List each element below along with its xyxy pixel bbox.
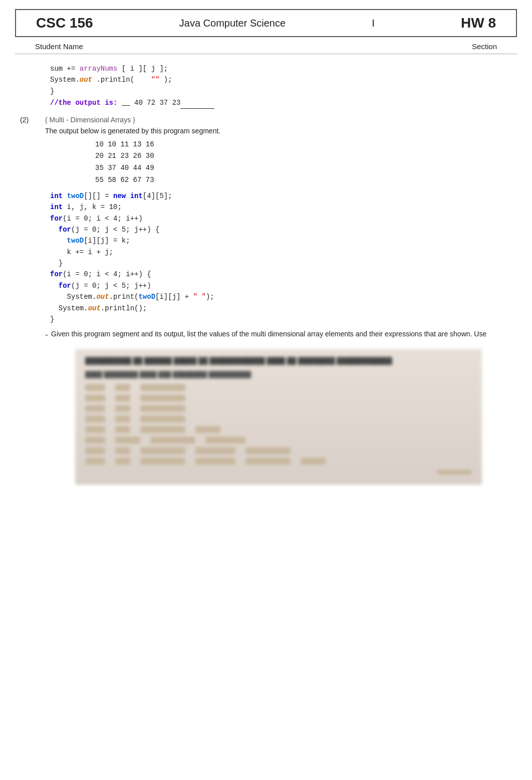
dash-icon: - [45,330,48,340]
code-int-ijk: int i, j, k = 10; [50,202,512,213]
blurred-cell [140,426,185,433]
blurred-cell [85,447,105,454]
blurred-cell [140,458,185,465]
code-blank: 40 72 37 23 [122,99,181,107]
hw-label: HW 8 [461,15,496,31]
blurred-row-7 [85,447,472,454]
blurred-cell [85,395,105,402]
blurred-cell [195,447,235,454]
blurred-cell [115,395,130,402]
question2-content: ( Multi - Dimensional Arrays ) The outpu… [45,116,512,485]
question2-label: ( Multi - Dimensional Arrays ) [45,116,512,124]
given-text-wrap: - Given this program segment and its out… [45,330,512,341]
code-string-empty: "" [134,76,159,84]
code-sum: sum += [50,65,80,73]
output-row-1: 10 10 11 13 16 [95,139,512,151]
code-line-system: System.out .println( "" ); [50,74,512,85]
blurred-row-6 [85,437,472,444]
blurred-cell [245,447,291,454]
blurred-cell [205,437,245,444]
blurred-cell [245,458,291,465]
blurred-cell [301,458,326,465]
blurred-title-text: ██████████ ██ ██████ █████ ██ ██████████… [85,356,472,366]
blurred-row-1 [85,384,472,391]
code-inner-close: } [50,258,512,269]
blurred-cell [140,384,185,391]
section-label: I [372,18,375,29]
blurred-cell [437,470,472,475]
blurred-cell [150,437,195,444]
header: CSC 156 Java Computer Science I HW 8 [15,9,517,37]
code-line-sum: sum += arrayNums [ i ][ j ]; [50,63,512,74]
prev-code-block: sum += arrayNums [ i ][ j ]; System.out … [50,63,512,109]
code-k-update: k += i + j; [50,247,512,258]
code-for1: for(i = 0; i < 4; i++) [50,213,512,224]
blurred-cell [115,437,140,444]
code-arraynums: arrayNums [80,65,118,73]
blurred-cell [85,416,105,423]
blurred-row-2 [85,395,472,402]
blurred-cell [140,395,185,402]
blurred-cell [85,405,105,412]
blurred-cell [195,458,235,465]
blurred-cell [115,405,130,412]
blurred-cell [115,416,130,423]
answer-blank [180,97,214,108]
code-line-brace: } [50,86,512,97]
code-bracket: [ i ][ j ]; [117,65,168,73]
code-for4: for(j = 0; j < 5; j++) [50,280,512,291]
code-for2: for(j = 0; j < 5; j++) { [50,224,512,235]
code-for3: for(i = 0; i < 4; i++) { [50,269,512,280]
blurred-answer-area: ██████████ ██ ██████ █████ ██ ██████████… [75,349,482,485]
blurred-row-5 [85,426,472,433]
question2-wrap: (2) ( Multi - Dimensional Arrays ) The o… [20,116,512,485]
output-grid: 10 10 11 13 16 20 21 23 26 30 35 37 40 4… [95,139,512,186]
blurred-cell [115,384,130,391]
blurred-cell [115,447,130,454]
code-println-part: .println( [92,76,134,84]
code-outer-close: } [50,314,512,325]
student-name-label: Student Name [35,42,83,51]
code-system-word: System. [50,76,80,84]
code-paren-close: ); [159,76,172,84]
blurred-cell [195,426,220,433]
student-row: Student Name Section [15,37,517,54]
blurred-cell [140,447,185,454]
blurred-page-note-wrap [85,470,472,475]
page: CSC 156 Java Computer Science I HW 8 Stu… [0,9,532,780]
question2-description: The output below is generated by this pr… [45,127,512,135]
blurred-subtitle-text: ████ ████████ ████ ███ ████████ ████████… [85,371,472,378]
blurred-row-3 [85,405,472,412]
code-twod-assign: twoD[i][j] = k; [50,235,512,246]
blurred-cell [85,437,105,444]
code-out-word: out [80,76,92,84]
code-block-q2: int twoD[][] = new int[4][5]; int i, j, … [50,190,512,325]
blurred-row-4 [85,416,472,423]
blurred-cell [140,416,185,423]
course-label: CSC 156 [36,15,93,31]
blurred-cell [85,458,105,465]
title-label: Java Computer Science [179,18,286,29]
code-system-println: System.out.println(); [50,303,512,314]
student-section-label: Section [472,42,497,51]
blurred-cell [115,458,130,465]
code-int-twod: int twoD[][] = new int[4][5]; [50,190,512,202]
output-row-4: 55 58 62 67 73 [95,174,512,186]
output-row-3: 35 37 40 44 49 [95,162,512,174]
blurred-cell [85,426,105,433]
content-area: sum += arrayNums [ i ][ j ]; System.out … [15,54,517,495]
blurred-cell [115,426,130,433]
code-system-print: System.out.print(twoD[i][j] + " "); [50,291,512,302]
given-text: Given this program segment and its outpu… [51,330,486,338]
blurred-row-8 [85,458,472,465]
question2-number: (2) [20,116,45,124]
blurred-cell [85,384,105,391]
code-line-comment: //the output is: 40 72 37 23 [50,97,512,108]
blurred-cell [140,405,185,412]
output-row-2: 20 21 23 26 30 [95,150,512,162]
code-comment-text: //the output is: [50,99,117,107]
